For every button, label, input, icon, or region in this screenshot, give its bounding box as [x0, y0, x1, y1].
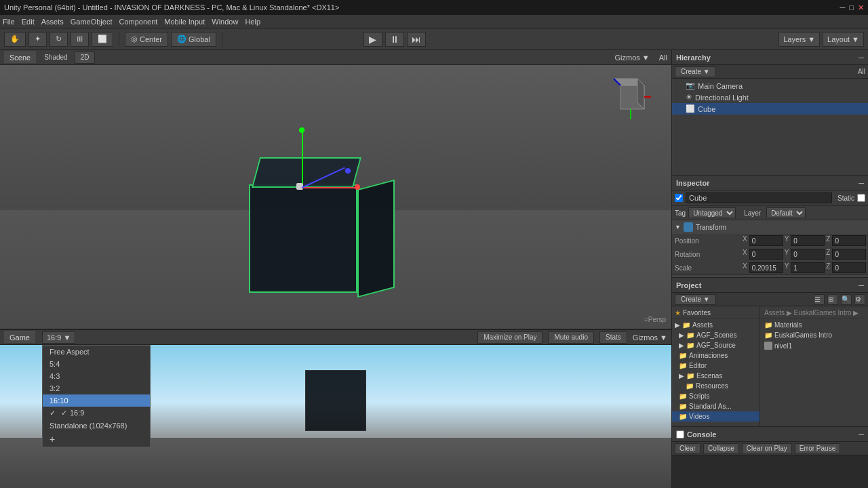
pos-z-field[interactable]: 0: [832, 235, 866, 246]
error-pause-btn[interactable]: Error Pause: [795, 443, 840, 454]
rotation-fields: X0 Y0 Z0: [743, 249, 866, 260]
main-area: Scene Shaded 2D Gizmos ▼ All: [0, 50, 868, 488]
aspect-ratio-btn[interactable]: 16:9 ▼: [42, 331, 75, 344]
close-btn[interactable]: ✕: [858, 3, 864, 12]
aspect-16-9[interactable]: ✓ 16:9: [43, 407, 150, 420]
hierarchy-create-btn[interactable]: Create ▼: [675, 66, 716, 77]
layers-dropdown[interactable]: Layers ▼: [778, 32, 820, 47]
center-btn[interactable]: ◎ Center: [125, 32, 168, 47]
rect-tool-btn[interactable]: ⬜: [92, 32, 113, 47]
scale-y-field[interactable]: 1: [791, 262, 825, 273]
project-favorites[interactable]: ★ Favorites: [672, 308, 760, 318]
project-list-view-btn[interactable]: ☰: [814, 294, 825, 305]
global-btn[interactable]: 🌐 Global: [171, 32, 216, 47]
static-checkbox[interactable]: [857, 194, 865, 202]
aspect-standalone[interactable]: Standalone (1024x768): [43, 420, 150, 432]
menu-window[interactable]: Window: [212, 18, 238, 26]
resources-folder[interactable]: 📁 Resources: [672, 381, 760, 391]
aspect-3-2[interactable]: 3:2: [43, 382, 150, 394]
menu-file[interactable]: File: [3, 18, 15, 26]
editor-folder[interactable]: 📁 Editor: [672, 361, 760, 371]
game-gizmos-btn[interactable]: Gizmos ▼: [633, 333, 667, 342]
clear-on-play-btn[interactable]: Clear on Play: [742, 443, 792, 454]
agf-source-folder[interactable]: ▶ 📁 AGF_Source: [672, 340, 760, 350]
euskal-games-asset[interactable]: 📁 EuskalGames Intro: [762, 330, 867, 340]
clear-btn[interactable]: Clear: [675, 443, 701, 454]
aspect-add[interactable]: +: [43, 432, 150, 447]
pos-y-field[interactable]: 0: [791, 235, 825, 246]
layout-dropdown[interactable]: Layout ▼: [823, 32, 864, 47]
scene-shading-mode[interactable]: Shaded: [44, 54, 67, 61]
scene-gizmos-btn[interactable]: Gizmos ▼: [615, 54, 650, 62]
rot-z-field[interactable]: 0: [832, 249, 866, 260]
mesh-filter-header[interactable]: ▼ Cube (Mesh Filter): [672, 275, 868, 277]
transform-section-header[interactable]: ▼ Transform: [672, 220, 868, 234]
object-name-field[interactable]: Cube: [686, 192, 832, 203]
nav-cube[interactable]: [610, 72, 651, 113]
menu-edit[interactable]: Edit: [22, 18, 35, 26]
hierarchy-item-directional-light[interactable]: ☀ Directional Light: [672, 92, 868, 103]
videos-folder[interactable]: 📁 Videos: [672, 411, 760, 422]
nivel1-asset[interactable]: nivel1: [762, 340, 867, 351]
transform-arrow-icon: ▼: [675, 224, 681, 230]
move-tool-btn[interactable]: ✦: [28, 32, 47, 47]
console-collapse-btn[interactable]: ─: [859, 430, 864, 439]
rot-y-field[interactable]: 0: [791, 249, 825, 260]
project-assets-folder[interactable]: ▶ 📁 Assets: [672, 320, 760, 330]
aspect-5-4[interactable]: 5:4: [43, 358, 150, 370]
left-panels: Scene Shaded 2D Gizmos ▼ All: [0, 50, 671, 488]
layer-dropdown[interactable]: Default: [766, 207, 806, 218]
tag-dropdown[interactable]: Untagged: [688, 207, 736, 218]
console-checkbox[interactable]: [676, 430, 684, 439]
rot-x-field[interactable]: 0: [749, 249, 783, 260]
step-btn[interactable]: ⏭: [407, 32, 426, 47]
hand-tool-btn[interactable]: ✋: [4, 32, 26, 47]
hierarchy-item-main-camera[interactable]: 📷 Main Camera: [672, 80, 868, 92]
game-tab[interactable]: Game: [4, 331, 35, 343]
scene-2d-btn[interactable]: 2D: [75, 52, 96, 64]
position-fields: X0 Y0 Z0: [743, 235, 866, 246]
minimize-btn[interactable]: ─: [840, 3, 846, 12]
scene-tab[interactable]: Scene: [4, 52, 36, 63]
aspect-free[interactable]: Free Aspect: [43, 346, 150, 358]
standard-assets-folder[interactable]: 📁 Standard As...: [672, 401, 760, 411]
aspect-16-10[interactable]: 16:10: [43, 394, 150, 407]
inspector-collapse-btn[interactable]: ─: [859, 179, 864, 187]
menu-help[interactable]: Help: [245, 18, 260, 26]
chevron-down-icon: ▼: [852, 35, 859, 43]
menu-component[interactable]: Component: [119, 18, 157, 26]
transform-rotation-row: Rotation X0 Y0 Z0: [672, 247, 868, 261]
project-collapse-btn[interactable]: ─: [859, 281, 864, 289]
aspect-4-3[interactable]: 4:3: [43, 370, 150, 382]
play-btn[interactable]: ▶: [363, 32, 382, 47]
agf-scenes-folder[interactable]: ▶ 📁 AGF_Scenes: [672, 330, 760, 340]
hierarchy-item-cube[interactable]: ⬜ Cube: [672, 103, 868, 115]
project-create-btn[interactable]: Create ▼: [675, 294, 716, 305]
hierarchy-all-btn[interactable]: All: [858, 68, 865, 75]
project-grid-view-btn[interactable]: ⊞: [827, 294, 838, 305]
scale-x-field[interactable]: 0.20915: [749, 262, 783, 273]
mute-audio-btn[interactable]: Mute audio: [548, 331, 593, 344]
materials-asset[interactable]: 📁 Materials: [762, 320, 867, 330]
project-settings-btn[interactable]: ⚙: [854, 294, 865, 305]
pause-btn[interactable]: ⏸: [385, 32, 404, 47]
maximize-on-play-btn[interactable]: Maximize on Play: [477, 331, 542, 344]
escenas-folder[interactable]: ▶ 📁 Escenas: [672, 371, 760, 381]
scene-viewport[interactable]: ≈Persp: [0, 65, 671, 329]
stats-btn[interactable]: Stats: [599, 331, 627, 344]
menu-gameobject[interactable]: GameObject: [71, 18, 113, 26]
gizmo-z-tip: [345, 168, 351, 174]
scale-tool-btn[interactable]: ⊞: [71, 32, 89, 47]
project-search-btn[interactable]: 🔍: [841, 294, 852, 305]
scripts-folder[interactable]: 📁 Scripts: [672, 391, 760, 401]
rotate-tool-btn[interactable]: ↻: [50, 32, 68, 47]
menu-mobile-input[interactable]: Mobile Input: [164, 18, 205, 26]
menu-assets[interactable]: Assets: [41, 18, 64, 26]
hierarchy-collapse-btn[interactable]: ─: [859, 54, 864, 62]
maximize-btn[interactable]: □: [849, 3, 854, 12]
pos-x-field[interactable]: 0: [749, 235, 783, 246]
object-enabled-checkbox[interactable]: [675, 194, 683, 202]
animaciones-folder[interactable]: 📁 Animaciones: [672, 350, 760, 361]
collapse-btn[interactable]: Collapse: [703, 443, 739, 454]
scale-z-field[interactable]: 0: [832, 262, 866, 273]
